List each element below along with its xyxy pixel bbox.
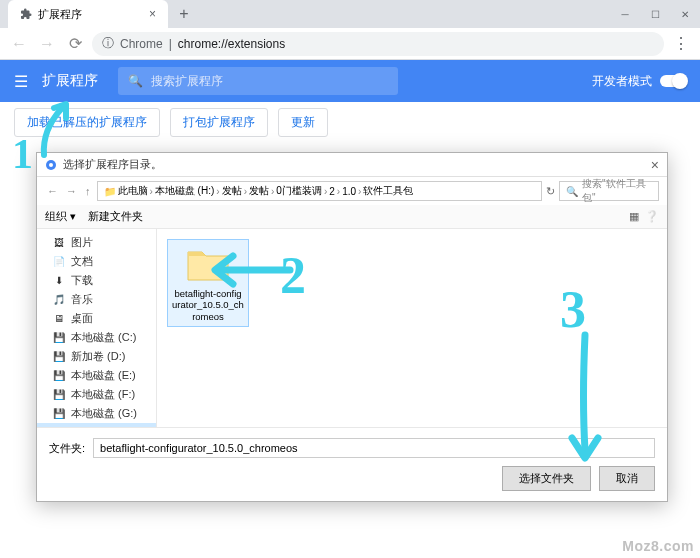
sidebar-item[interactable]: ⬇下载 bbox=[37, 271, 156, 290]
watermark: Moz8.com bbox=[622, 538, 694, 554]
sidebar-item[interactable]: 💾本地磁盘 (G:) bbox=[37, 404, 156, 423]
drive-icon: 💾 bbox=[53, 351, 65, 363]
search-icon: 🔍 bbox=[566, 186, 578, 197]
reload-button[interactable]: ⟳ bbox=[64, 33, 86, 55]
address-bar[interactable]: ⓘ Chrome | chrome://extensions bbox=[92, 32, 664, 56]
sidebar-item[interactable]: 💾本地磁盘 (E:) bbox=[37, 366, 156, 385]
sidebar-item-label: 图片 bbox=[71, 235, 93, 250]
browser-toolbar: ← → ⟳ ⓘ Chrome | chrome://extensions ⋮ bbox=[0, 28, 700, 60]
info-icon: ⓘ bbox=[102, 35, 114, 52]
browser-menu-button[interactable]: ⋮ bbox=[670, 33, 692, 55]
refresh-icon[interactable]: ↻ bbox=[546, 185, 555, 198]
tab-title: 扩展程序 bbox=[38, 7, 82, 22]
search-input[interactable]: 🔍 搜索扩展程序 bbox=[118, 67, 398, 95]
maximize-button[interactable]: ☐ bbox=[640, 0, 670, 28]
tab-close-icon[interactable]: × bbox=[149, 7, 156, 21]
new-tab-button[interactable]: + bbox=[174, 4, 194, 24]
cancel-button[interactable]: 取消 bbox=[599, 466, 655, 491]
folder-content-area: betaflight-configurator_10.5.0_chromeos bbox=[157, 229, 667, 427]
folder-sidebar: 🖼图片📄文档⬇下载🎵音乐🖥桌面💾本地磁盘 (C:)💾新加卷 (D:)💾本地磁盘 … bbox=[37, 229, 157, 427]
sidebar-item-label: 本地磁盘 (C:) bbox=[71, 330, 136, 345]
drive-icon: 💾 bbox=[53, 408, 65, 420]
sidebar-item[interactable]: 🖥桌面 bbox=[37, 309, 156, 328]
search-placeholder: 搜索扩展程序 bbox=[151, 73, 223, 90]
image-icon: 🖼 bbox=[53, 237, 65, 249]
new-folder-button[interactable]: 新建文件夹 bbox=[88, 209, 143, 224]
sidebar-item-label: 本地磁盘 (E:) bbox=[71, 368, 136, 383]
dev-mode-label: 开发者模式 bbox=[592, 73, 652, 90]
pack-extension-button[interactable]: 打包扩展程序 bbox=[170, 108, 268, 137]
sidebar-item[interactable]: 💾本地磁盘 (C:) bbox=[37, 328, 156, 347]
load-unpacked-button[interactable]: 加载已解压的扩展程序 bbox=[14, 108, 160, 137]
sidebar-item-label: 新加卷 (D:) bbox=[71, 349, 125, 364]
back-button[interactable]: ← bbox=[8, 33, 30, 55]
sidebar-item[interactable]: 💾新加卷 (D:) bbox=[37, 347, 156, 366]
drive-icon: 💾 bbox=[53, 389, 65, 401]
sidebar-item[interactable]: 📄文档 bbox=[37, 252, 156, 271]
minimize-button[interactable]: ─ bbox=[610, 0, 640, 28]
browser-tab[interactable]: 扩展程序 × bbox=[8, 0, 168, 28]
extensions-header: ☰ 扩展程序 🔍 搜索扩展程序 开发者模式 bbox=[0, 60, 700, 102]
svg-point-1 bbox=[49, 163, 53, 167]
folder-icon: 📁 bbox=[104, 186, 116, 197]
desktop-icon: 🖥 bbox=[53, 313, 65, 325]
doc-icon: 📄 bbox=[53, 256, 65, 268]
forward-button[interactable]: → bbox=[36, 33, 58, 55]
folder-icon bbox=[184, 244, 232, 284]
help-icon[interactable]: ❔ bbox=[645, 210, 659, 223]
sidebar-item-label: 文档 bbox=[71, 254, 93, 269]
nav-back-icon[interactable]: ← bbox=[45, 183, 60, 199]
nav-fwd-icon[interactable]: → bbox=[64, 183, 79, 199]
folder-item[interactable]: betaflight-configurator_10.5.0_chromeos bbox=[167, 239, 249, 327]
update-button[interactable]: 更新 bbox=[278, 108, 328, 137]
organize-menu[interactable]: 组织 ▾ bbox=[45, 209, 76, 224]
nav-up-icon[interactable]: ↑ bbox=[83, 183, 93, 199]
sidebar-item-label: 桌面 bbox=[71, 311, 93, 326]
select-folder-button[interactable]: 选择文件夹 bbox=[502, 466, 591, 491]
sidebar-item-label: 本地磁盘 (F:) bbox=[71, 387, 135, 402]
url-scheme: Chrome bbox=[120, 37, 163, 51]
file-label: 文件夹: bbox=[49, 441, 85, 456]
download-icon: ⬇ bbox=[53, 275, 65, 287]
music-icon: 🎵 bbox=[53, 294, 65, 306]
chrome-icon bbox=[45, 159, 57, 171]
menu-icon[interactable]: ☰ bbox=[14, 72, 28, 91]
extension-icon bbox=[20, 8, 32, 20]
sidebar-item-label: 下载 bbox=[71, 273, 93, 288]
dialog-title: 选择扩展程序目录。 bbox=[63, 157, 162, 172]
page-title: 扩展程序 bbox=[42, 72, 98, 90]
dialog-close-button[interactable]: × bbox=[651, 157, 659, 173]
url-path: chrome://extensions bbox=[178, 37, 285, 51]
drive-icon: 💾 bbox=[53, 370, 65, 382]
folder-picker-dialog: 选择扩展程序目录。 × ← → ↑ 📁 此电脑› 本地磁盘 (H:)› 发帖› … bbox=[36, 152, 668, 502]
dev-mode-toggle[interactable] bbox=[660, 75, 686, 87]
browser-titlebar: 扩展程序 × + ─ ☐ ✕ bbox=[0, 0, 700, 28]
sidebar-item-label: 本地磁盘 (G:) bbox=[71, 406, 137, 421]
folder-name-input[interactable] bbox=[93, 438, 655, 458]
breadcrumb[interactable]: 📁 此电脑› 本地磁盘 (H:)› 发帖› 发帖› 0门槛装调› 2› 1.0›… bbox=[97, 181, 543, 201]
close-window-button[interactable]: ✕ bbox=[670, 0, 700, 28]
sidebar-item-label: 音乐 bbox=[71, 292, 93, 307]
folder-label: betaflight-configurator_10.5.0_chromeos bbox=[172, 288, 244, 322]
sidebar-item[interactable]: 🎵音乐 bbox=[37, 290, 156, 309]
view-mode-icon[interactable]: ▦ bbox=[629, 210, 639, 223]
sidebar-item[interactable]: 💾本地磁盘 (F:) bbox=[37, 385, 156, 404]
drive-icon: 💾 bbox=[53, 332, 65, 344]
sidebar-item[interactable]: 🖼图片 bbox=[37, 233, 156, 252]
folder-search-input[interactable]: 🔍 搜索"软件工具包" bbox=[559, 181, 659, 201]
search-icon: 🔍 bbox=[128, 74, 143, 88]
